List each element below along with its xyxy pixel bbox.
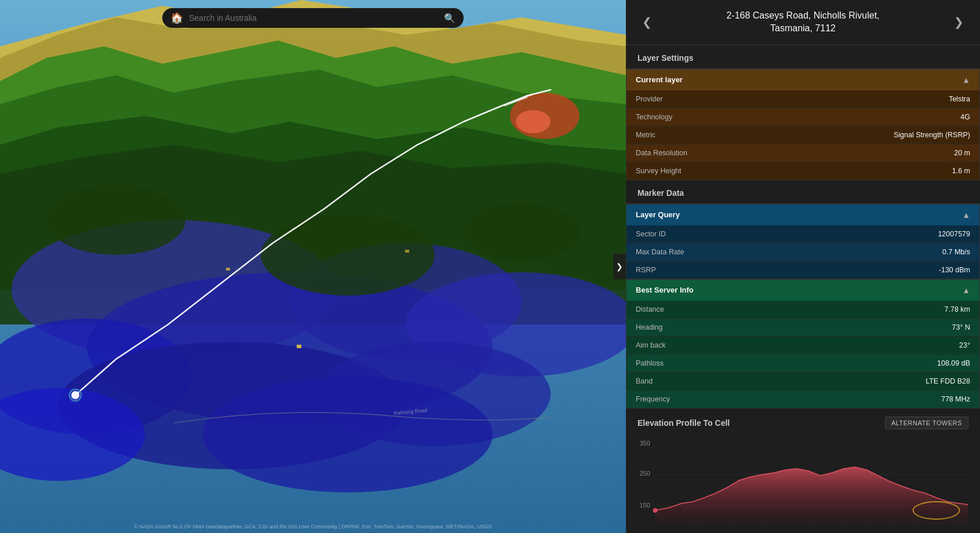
marker-data-title: Marker Data [626, 180, 980, 203]
best-server-header[interactable]: Best Server Info ▲ [626, 280, 979, 301]
layer-query-header[interactable]: Layer Query ▲ [626, 205, 979, 225]
svg-rect-25 [405, 250, 409, 253]
best-server-panel: Best Server Info ▲ Distance7.78 kmHeadin… [626, 279, 980, 408]
svg-text:350: 350 [640, 440, 650, 447]
layer-query-title: Layer Query [636, 210, 680, 219]
svg-point-19 [261, 214, 435, 295]
address-text: 2-168 Caseys Road, Nicholls Rivulet, Tas… [657, 9, 949, 35]
current-layer-header[interactable]: Current layer ▲ [626, 70, 979, 90]
svg-rect-24 [226, 268, 230, 271]
layer-query-row: Max Data Rate0.7 Mb/s [626, 243, 979, 261]
address-header: ❮ 2-168 Caseys Road, Nicholls Rivulet, T… [626, 0, 980, 45]
elevation-header: Elevation Profile To Cell ALTERNATE TOWE… [626, 408, 980, 435]
svg-point-36 [653, 508, 658, 513]
best-server-row: Frequency778 MHz [626, 390, 979, 408]
svg-point-18 [46, 185, 185, 255]
sidebar: ❮ 2-168 Caseys Road, Nicholls Rivulet, T… [626, 0, 980, 533]
current-layer-row: Technology4G [626, 108, 979, 126]
map-collapse-button[interactable]: ❯ [613, 254, 626, 279]
best-server-toggle-icon: ▲ [962, 286, 970, 295]
current-layer-row: Data Resolution20 m [626, 144, 979, 162]
best-server-body: Distance7.78 kmHeading73° NAim back23°Pa… [626, 301, 979, 408]
next-address-button[interactable]: ❯ [949, 13, 968, 31]
search-bar: 🏠 🔍 [162, 8, 464, 28]
current-layer-row: Survey Height1.6 m [626, 162, 979, 180]
best-server-title: Best Server Info [636, 286, 694, 294]
chevron-right-icon: ❯ [616, 262, 623, 271]
map-attribution: © NASA GSIAR NLS OF NMA Geodataparlner, … [0, 523, 626, 531]
home-icon[interactable]: 🏠 [170, 12, 183, 24]
current-layer-title: Current layer [636, 75, 683, 84]
svg-point-20 [464, 203, 580, 261]
svg-point-26 [71, 391, 79, 399]
layer-settings-title: Layer Settings [626, 45, 980, 68]
svg-rect-23 [297, 345, 301, 348]
elevation-chart: 350 250 150 [626, 435, 980, 528]
alternate-towers-button[interactable]: ALTERNATE TOWERS [885, 417, 968, 429]
svg-text:250: 250 [640, 470, 650, 477]
prev-address-button[interactable]: ❮ [637, 13, 657, 31]
current-layer-toggle-icon: ▲ [962, 75, 970, 85]
layer-query-row: Sector ID12007579 [626, 225, 979, 243]
current-layer-body: ProviderTelstraTechnology4GMetricSignal … [626, 90, 979, 180]
best-server-row: Aim back23° [626, 337, 979, 355]
layer-query-row: RSRP-130 dBm [626, 261, 979, 279]
best-server-row: Distance7.78 km [626, 301, 979, 319]
current-layer-panel: Current layer ▲ ProviderTelstraTechnolog… [626, 69, 980, 180]
search-input[interactable] [189, 13, 438, 23]
current-layer-row: MetricSignal Strength (RSRP) [626, 126, 979, 144]
elevation-section: Elevation Profile To Cell ALTERNATE TOWE… [626, 408, 980, 533]
best-server-row: Pathloss108.09 dB [626, 355, 979, 373]
layer-query-panel: Layer Query ▲ Sector ID12007579Max Data … [626, 204, 980, 279]
elevation-title: Elevation Profile To Cell [637, 418, 730, 428]
layer-query-body: Sector ID12007579Max Data Rate0.7 Mb/sRS… [626, 225, 979, 279]
map-canvas: Katoong Road [0, 0, 626, 533]
current-layer-row: ProviderTelstra [626, 90, 979, 108]
layer-query-toggle-icon: ▲ [962, 210, 970, 220]
best-server-row: BandLTE FDD B28 [626, 373, 979, 390]
svg-text:150: 150 [640, 502, 650, 509]
svg-point-17 [516, 110, 551, 133]
best-server-row: Heading73° N [626, 319, 979, 337]
search-icon[interactable]: 🔍 [444, 13, 456, 24]
map-area[interactable]: Katoong Road 🏠 🔍 ❯ © NASA GSIAR NLS OF N… [0, 0, 626, 533]
svg-point-15 [203, 377, 493, 492]
